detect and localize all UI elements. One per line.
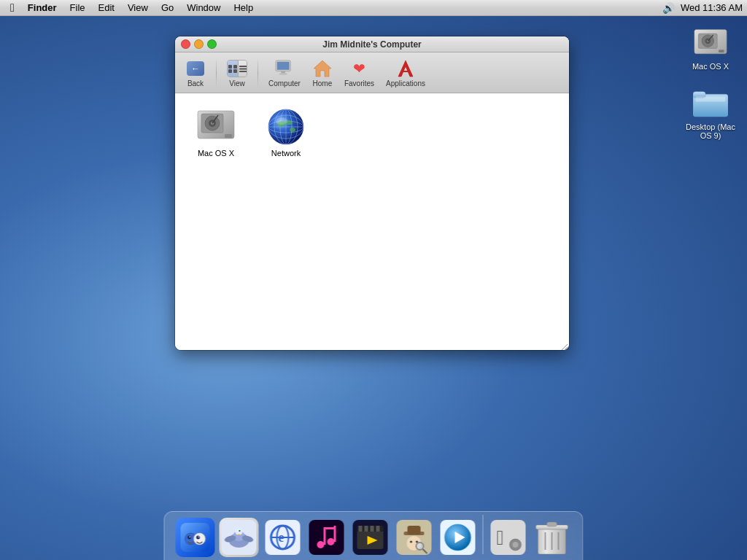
toolbar-separator-1 xyxy=(216,58,217,88)
network-globe-icon xyxy=(267,108,305,146)
finder-menu[interactable]: Finder xyxy=(22,1,63,14)
menubar-left:  Finder File Edit View Go Window Help xyxy=(4,1,259,15)
applications-icon xyxy=(395,58,416,79)
svg-rect-10 xyxy=(228,65,232,69)
svg-rect-15 xyxy=(239,68,247,69)
home-button[interactable]: Home xyxy=(308,57,337,89)
favorites-icon: ❤ xyxy=(349,58,369,79)
svg-marker-24 xyxy=(314,61,331,77)
resize-handle[interactable] xyxy=(559,340,568,349)
view-button[interactable]: View xyxy=(222,57,252,89)
svg-marker-25 xyxy=(398,61,413,77)
svg-rect-84 xyxy=(408,526,421,534)
home-icon xyxy=(312,58,333,79)
desktop-icon-macosx[interactable]: Mac OS X xyxy=(681,26,740,71)
finder-content: Mac OS X xyxy=(175,93,569,350)
dock-item-itunes[interactable] xyxy=(307,518,347,560)
edit-menu[interactable]: Edit xyxy=(93,1,120,14)
svg-line-46 xyxy=(562,344,568,350)
applications-button[interactable]: Applications xyxy=(382,57,430,89)
volume-icon[interactable]: 🔊 xyxy=(662,2,675,14)
svg-rect-9 xyxy=(695,97,725,102)
zoom-button[interactable] xyxy=(207,39,217,49)
svg-rect-80 xyxy=(376,526,380,532)
svg-point-86 xyxy=(410,541,412,543)
view-label: View xyxy=(229,79,245,88)
svg-point-52 xyxy=(196,536,200,540)
svg-point-53 xyxy=(190,536,191,537)
close-button[interactable] xyxy=(181,39,190,49)
back-label: Back xyxy=(187,79,204,88)
svg-point-44 xyxy=(290,128,295,132)
finder-item-macosx[interactable]: Mac OS X xyxy=(187,105,245,160)
dock-item-watson[interactable] xyxy=(395,518,434,560)
back-button[interactable]: ← Back xyxy=(181,57,210,89)
dock-item-mail[interactable] xyxy=(220,518,259,560)
macosx-drive-icon xyxy=(693,26,728,61)
dock-item-trash[interactable] xyxy=(533,518,572,560)
svg-point-69 xyxy=(317,541,325,548)
svg-rect-79 xyxy=(371,526,374,532)
help-menu[interactable]: Help xyxy=(228,1,259,14)
finder-toolbar: ← Back xyxy=(175,52,569,93)
favorites-button[interactable]: ❤ Favorites xyxy=(340,57,379,89)
apple-menu[interactable]:  xyxy=(4,1,20,15)
ie-dock-icon: e xyxy=(263,518,303,557)
heart-icon: ❤ xyxy=(353,60,365,77)
dock-item-ie[interactable]: e xyxy=(263,518,303,560)
minimize-button[interactable] xyxy=(194,39,204,49)
toolbar-separator-2 xyxy=(258,58,258,88)
svg-rect-22 xyxy=(281,71,285,73)
trash-dock-icon xyxy=(533,518,572,557)
dock-item-systemprefs[interactable]:  xyxy=(489,518,528,560)
svg-rect-99 xyxy=(547,522,557,526)
svg-rect-77 xyxy=(359,526,363,532)
watson-dock-icon xyxy=(395,518,434,557)
svg-rect-33 xyxy=(225,134,232,138)
applications-label: Applications xyxy=(386,79,425,88)
svg-rect-16 xyxy=(239,71,247,72)
svg-rect-68 xyxy=(309,520,344,555)
titlebar-buttons xyxy=(181,39,217,49)
svg-rect-11 xyxy=(233,65,237,69)
finder-titlebar: Jim Midnite's Computer xyxy=(175,36,569,52)
finder-item-network[interactable]: Network xyxy=(257,105,315,160)
view-icon xyxy=(227,58,247,79)
window-title: Jim Midnite's Computer xyxy=(322,39,422,50)
svg-point-96 xyxy=(513,542,519,548)
window-menu[interactable]: Window xyxy=(181,1,226,14)
svg-rect-6 xyxy=(719,50,724,52)
back-icon: ← xyxy=(185,58,206,79)
svg-rect-12 xyxy=(228,69,232,73)
quicktime-dock-icon xyxy=(438,518,478,557)
svg-rect-78 xyxy=(365,526,368,532)
computer-label: Computer xyxy=(268,79,301,88)
svg-point-88 xyxy=(417,542,424,550)
dock-item-dvd[interactable] xyxy=(351,518,390,560)
svg-rect-21 xyxy=(277,61,290,69)
icon-view-btn[interactable] xyxy=(228,61,239,77)
dvd-dock-icon xyxy=(351,518,390,557)
svg-point-62 xyxy=(239,530,241,532)
list-view-btn[interactable] xyxy=(239,61,247,77)
svg-rect-13 xyxy=(233,69,237,73)
dock-item-finder[interactable] xyxy=(176,518,215,560)
svg-text::  xyxy=(497,526,504,549)
itunes-dock-icon xyxy=(307,518,347,557)
finder-window: Jim Midnite's Computer ← Back xyxy=(175,36,569,350)
dock-item-quicktime[interactable] xyxy=(438,518,478,560)
menubar-datetime: Wed 11:36 AM xyxy=(681,2,743,13)
view-menu[interactable]: View xyxy=(122,1,154,14)
macosx-label: Mac OS X xyxy=(198,149,234,158)
svg-point-54 xyxy=(198,536,200,537)
file-menu[interactable]: File xyxy=(64,1,91,14)
desktop-icon-desktop-mac9[interactable]: Desktop (Mac OS 9) xyxy=(681,86,740,140)
svg-rect-23 xyxy=(279,73,287,74)
home-label: Home xyxy=(313,79,333,88)
dock-separator xyxy=(483,515,484,554)
macosx-drive-label: Mac OS X xyxy=(692,62,729,71)
go-menu[interactable]: Go xyxy=(155,1,179,14)
computer-button[interactable]: Computer xyxy=(264,57,305,89)
svg-rect-73 xyxy=(324,527,336,529)
macosx-hdd-icon xyxy=(197,108,235,146)
